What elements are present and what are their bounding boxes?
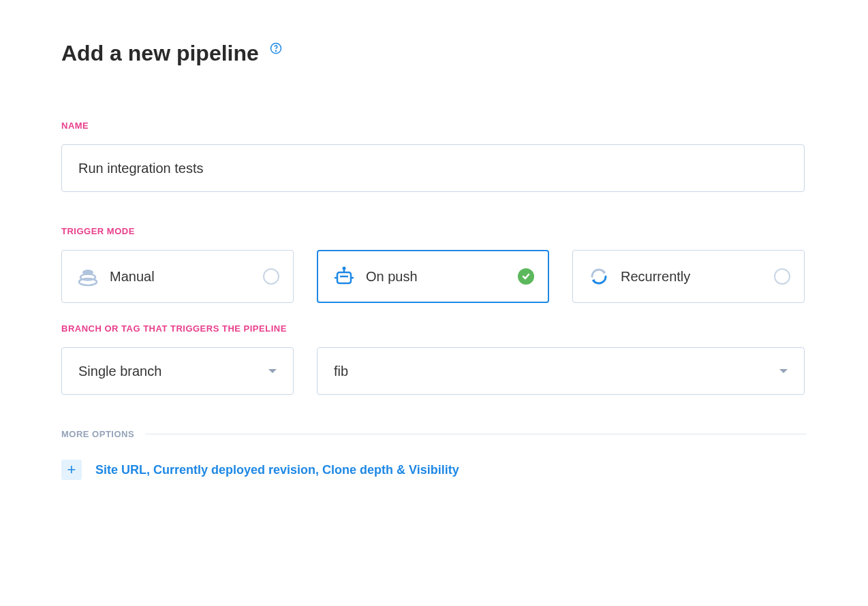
trigger-option-recurrently[interactable]: Recurrently [572, 250, 805, 303]
trigger-option-manual[interactable]: Manual [61, 250, 294, 303]
help-icon[interactable] [270, 42, 282, 54]
trigger-mode-section: TRIGGER MODE Manual [61, 226, 807, 303]
svg-point-6 [343, 267, 346, 270]
more-options-text: Site URL, Currently deployed revision, C… [95, 463, 459, 477]
divider [145, 434, 807, 434]
page-title: Add a new pipeline [61, 41, 259, 66]
trigger-mode-options: Manual On push [61, 250, 807, 303]
trigger-mode-label: TRIGGER MODE [61, 226, 807, 236]
svg-point-4 [82, 270, 93, 275]
cycle-icon [587, 264, 611, 289]
plus-icon: + [61, 460, 82, 480]
radio-unchecked-icon [263, 268, 279, 285]
branch-trigger-section: BRANCH OR TAG THAT TRIGGERS THE PIPELINE… [61, 323, 807, 395]
branch-name-select[interactable]: fib [317, 347, 805, 395]
branch-type-select[interactable]: Single branch [61, 347, 294, 395]
radio-unchecked-icon [774, 268, 790, 285]
chevron-down-icon [268, 369, 277, 373]
name-input[interactable] [61, 144, 805, 192]
trigger-option-label: Recurrently [621, 269, 774, 285]
page-header: Add a new pipeline [61, 41, 807, 66]
check-icon [518, 268, 534, 285]
svg-rect-5 [337, 272, 351, 283]
manual-icon [76, 264, 100, 289]
svg-point-1 [275, 50, 276, 51]
select-value: Single branch [78, 364, 268, 379]
more-options-label: MORE OPTIONS [61, 429, 134, 439]
trigger-option-label: Manual [110, 269, 263, 285]
robot-icon [332, 264, 356, 289]
name-section: NAME [61, 121, 807, 192]
more-options-header: MORE OPTIONS [61, 429, 807, 439]
select-value: fib [334, 364, 779, 379]
name-label: NAME [61, 121, 807, 131]
more-options-expand[interactable]: + Site URL, Currently deployed revision,… [61, 460, 807, 480]
chevron-down-icon [779, 369, 788, 373]
branch-selects: Single branch fib [61, 347, 807, 395]
branch-trigger-label: BRANCH OR TAG THAT TRIGGERS THE PIPELINE [61, 323, 807, 334]
trigger-option-on-push[interactable]: On push [317, 250, 549, 303]
trigger-option-label: On push [366, 269, 518, 285]
